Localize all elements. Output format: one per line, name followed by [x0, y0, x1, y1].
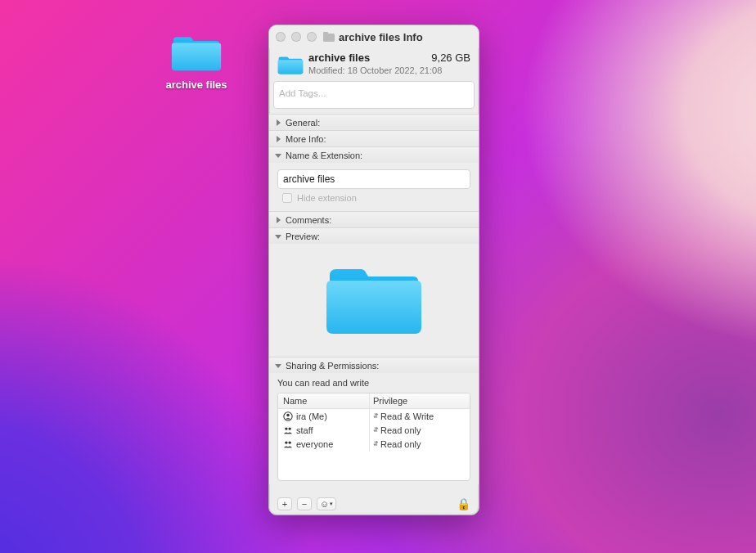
stepper-icon: ⇵ [373, 440, 379, 447]
table-row[interactable]: ira (Me) ⇵ Read & Write [278, 409, 470, 423]
user-icon [283, 411, 293, 421]
table-header: Name Privilege [278, 393, 470, 409]
chevron-down-icon [276, 233, 282, 240]
window-title: archive files Info [339, 31, 423, 43]
tags-input[interactable] [279, 88, 469, 98]
section-comments-label: Comments: [286, 215, 331, 225]
remove-button[interactable]: − [297, 497, 312, 510]
name-ext-body: Hide extension [269, 163, 479, 211]
add-button[interactable]: + [277, 497, 292, 510]
hide-extension-checkbox[interactable] [282, 193, 292, 203]
folder-icon [170, 31, 223, 74]
desktop-folder-label: archive files [165, 79, 227, 91]
smiley-icon: ☺ [320, 499, 329, 509]
section-general-label: General: [286, 118, 320, 128]
chevron-right-icon [276, 217, 282, 223]
tags-field[interactable] [273, 81, 475, 109]
chevron-right-icon [276, 136, 282, 142]
section-sharing-label: Sharing & Permissions: [286, 361, 379, 371]
privilege-cell[interactable]: ⇵ Read only [370, 423, 470, 438]
folder-icon [325, 256, 423, 341]
group-icon [283, 439, 293, 449]
folder-icon [277, 53, 304, 76]
info-header: archive files 9,26 GB Modified: 18 Octob… [269, 48, 479, 81]
hide-extension-row[interactable]: Hide extension [282, 193, 470, 203]
section-name-ext[interactable]: Name & Extension: [269, 146, 479, 163]
stepper-icon: ⇵ [373, 412, 379, 420]
chevron-down-icon: ▾ [330, 501, 333, 507]
column-privilege[interactable]: Privilege [370, 393, 470, 408]
perm-priv: Read & Write [380, 411, 434, 421]
perm-name: ira (Me) [296, 411, 327, 421]
action-menu-button[interactable]: ☺ ▾ [317, 497, 336, 510]
sharing-hint: You can read and write [277, 378, 470, 388]
chevron-down-icon [276, 152, 282, 159]
footer-bar: + − ☺ ▾ 🔒 [269, 493, 479, 515]
item-size: 9,26 GB [431, 52, 470, 64]
zoom-button[interactable] [307, 32, 317, 42]
sharing-body: You can read and write Name Privilege ir… [269, 373, 479, 484]
table-row[interactable]: everyone ⇵ Read only [278, 437, 470, 451]
stepper-icon: ⇵ [373, 426, 379, 434]
section-name-ext-label: Name & Extension: [286, 151, 362, 160]
column-name[interactable]: Name [278, 393, 370, 408]
proxy-icon[interactable] [323, 32, 335, 42]
name-input[interactable] [277, 169, 470, 189]
group-icon [283, 425, 293, 435]
chevron-right-icon [276, 119, 282, 126]
desktop-folder[interactable]: archive files [160, 31, 232, 91]
preview-body [269, 244, 479, 357]
info-window: archive files Info archive files 9,26 GB… [268, 25, 479, 515]
hide-extension-label: Hide extension [297, 193, 357, 203]
permissions-table: Name Privilege ira (Me) ⇵ Read & Write s… [277, 393, 470, 481]
perm-priv: Read only [380, 439, 421, 449]
section-preview[interactable]: Preview: [269, 227, 479, 244]
section-sharing[interactable]: Sharing & Permissions: [269, 357, 479, 373]
close-button[interactable] [276, 32, 286, 42]
perm-name: everyone [296, 439, 333, 449]
section-more-info-label: More Info: [286, 134, 326, 144]
table-filler [278, 451, 470, 480]
chevron-down-icon [276, 362, 282, 369]
traffic-lights [276, 32, 317, 42]
lock-icon[interactable]: 🔒 [457, 497, 470, 510]
item-name: archive files [308, 52, 370, 64]
perm-priv: Read only [380, 425, 421, 435]
privilege-cell[interactable]: ⇵ Read only [370, 437, 470, 452]
titlebar: archive files Info [269, 25, 479, 48]
section-more-info[interactable]: More Info: [269, 130, 479, 146]
section-comments[interactable]: Comments: [269, 211, 479, 227]
privilege-cell[interactable]: ⇵ Read & Write [370, 409, 470, 424]
section-general[interactable]: General: [269, 114, 479, 130]
section-preview-label: Preview: [286, 232, 320, 241]
item-modified: Modified: 18 October 2022, 21:08 [308, 65, 470, 75]
table-row[interactable]: staff ⇵ Read only [278, 423, 470, 437]
perm-name: staff [296, 425, 313, 435]
minimize-button[interactable] [291, 32, 301, 42]
